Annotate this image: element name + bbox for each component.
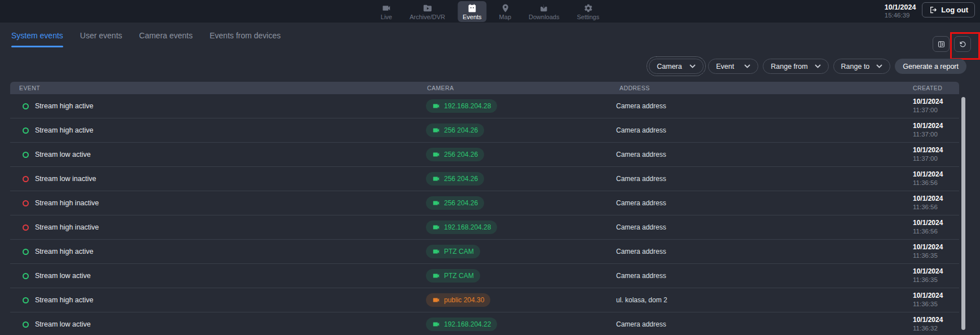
camera-name: 192.168.204.22 bbox=[444, 320, 491, 328]
table-row[interactable]: Stream low inactive 256 204.26 Camera ad… bbox=[10, 167, 959, 191]
table-view-icon bbox=[937, 40, 946, 49]
tab-events-from-devices[interactable]: Events from devices bbox=[209, 31, 280, 47]
generate-report-button[interactable]: Generate a report bbox=[895, 59, 966, 74]
camera-tag: public 204.30 bbox=[426, 293, 490, 307]
created-date: 10/1/2024 bbox=[913, 219, 959, 227]
camera-name: 192.168.204.28 bbox=[444, 102, 491, 110]
camera-name: 192.168.204.28 bbox=[444, 223, 491, 231]
camera-name: 256 204.26 bbox=[444, 126, 478, 134]
camera-address: Camera address bbox=[615, 175, 903, 183]
created-cell: 10/1/202411:37:00 bbox=[903, 122, 959, 139]
top-right-area: 10/1/2024 15:46:39 Log out bbox=[885, 2, 975, 19]
nav-item-events[interactable]: Events bbox=[458, 1, 487, 22]
table-row[interactable]: Stream high active 192.168.204.28 Camera… bbox=[10, 94, 959, 118]
created-date: 10/1/2024 bbox=[913, 195, 959, 203]
top-bar: Live Archive/DVR Events Map Downloads Se… bbox=[0, 0, 980, 23]
table-row[interactable]: Stream high active public 204.30 ul. kol… bbox=[10, 288, 959, 312]
nav-item-archive-dvr[interactable]: Archive/DVR bbox=[405, 1, 450, 22]
column-header-camera: CAMERA bbox=[426, 85, 615, 91]
nav-item-map[interactable]: Map bbox=[494, 1, 516, 22]
refresh-button[interactable] bbox=[954, 36, 971, 52]
camera-icon bbox=[432, 320, 440, 328]
range-to-label: Range to bbox=[841, 63, 870, 70]
camera-icon bbox=[432, 272, 440, 280]
table-row[interactable]: Stream low active PTZ CAM Camera address… bbox=[10, 264, 959, 288]
table-row[interactable]: Stream low active 256 204.26 Camera addr… bbox=[10, 143, 959, 167]
status-ring-icon bbox=[23, 200, 29, 206]
nav-label: Events bbox=[463, 14, 482, 20]
range-to-dropdown[interactable]: Range to bbox=[833, 59, 891, 74]
camera-address: Camera address bbox=[615, 272, 903, 280]
event-name: Stream high active bbox=[35, 126, 94, 134]
created-time: 11:36:35 bbox=[913, 300, 959, 308]
nav-label: Map bbox=[499, 14, 511, 20]
chevron-down-icon bbox=[876, 64, 882, 68]
status-ring-icon bbox=[23, 297, 29, 303]
created-date: 10/1/2024 bbox=[913, 267, 959, 276]
status-ring-icon bbox=[23, 127, 29, 134]
created-date: 10/1/2024 bbox=[913, 292, 959, 300]
event-name: Stream low active bbox=[35, 151, 91, 158]
nav-item-settings[interactable]: Settings bbox=[572, 1, 604, 22]
created-date: 10/1/2024 bbox=[913, 316, 959, 324]
camera-tag: PTZ CAM bbox=[426, 245, 480, 258]
datetime-display: 10/1/2024 15:46:39 bbox=[885, 2, 916, 19]
camera-name: PTZ CAM bbox=[444, 248, 474, 255]
chevron-down-icon bbox=[744, 64, 750, 68]
event-name: Stream high inactive bbox=[35, 199, 99, 207]
range-from-label: Range from bbox=[771, 63, 807, 70]
table-header: EVENT CAMERA ADDRESS CREATED bbox=[10, 82, 959, 94]
table-row[interactable]: Stream low active 192.168.204.22 Camera … bbox=[10, 312, 959, 335]
column-header-event: EVENT bbox=[10, 85, 426, 91]
table-row[interactable]: Stream high inactive 256 204.26 Camera a… bbox=[10, 191, 959, 215]
archive-folder-icon bbox=[423, 3, 432, 13]
filter-bar: Camera Event Range from Range to Generat… bbox=[649, 59, 966, 74]
created-time: 11:36:32 bbox=[913, 324, 959, 333]
nav-item-live[interactable]: Live bbox=[376, 1, 397, 22]
logout-label: Log out bbox=[941, 6, 968, 14]
event-filter-dropdown[interactable]: Event bbox=[708, 59, 758, 74]
refresh-icon bbox=[959, 40, 967, 49]
event-filter-label: Event bbox=[716, 63, 734, 70]
logout-button[interactable]: Log out bbox=[922, 2, 975, 17]
status-ring-icon bbox=[23, 321, 29, 328]
camera-tag: 192.168.204.22 bbox=[426, 318, 497, 331]
camera-filter-dropdown[interactable]: Camera bbox=[649, 59, 704, 74]
nav-label: Archive/DVR bbox=[410, 14, 445, 20]
camera-icon bbox=[432, 223, 440, 231]
created-date: 10/1/2024 bbox=[913, 243, 959, 252]
camera-name: public 204.30 bbox=[444, 296, 484, 304]
event-name: Stream low active bbox=[35, 272, 91, 280]
table-row[interactable]: Stream high active PTZ CAM Camera addres… bbox=[10, 240, 959, 264]
created-time: 11:37:00 bbox=[913, 155, 959, 163]
range-from-dropdown[interactable]: Range from bbox=[763, 59, 828, 74]
camera-icon bbox=[432, 151, 440, 158]
event-name: Stream high inactive bbox=[35, 223, 99, 231]
table-view-button[interactable] bbox=[933, 36, 950, 52]
status-ring-icon bbox=[23, 176, 29, 182]
tab-user-events[interactable]: User events bbox=[80, 31, 122, 47]
camera-icon bbox=[432, 175, 440, 183]
camera-address: Camera address bbox=[615, 248, 903, 255]
created-cell: 10/1/202411:37:00 bbox=[903, 146, 959, 163]
camera-icon bbox=[432, 248, 440, 255]
app-window: Live Archive/DVR Events Map Downloads Se… bbox=[0, 0, 980, 335]
created-cell: 10/1/202411:36:56 bbox=[903, 219, 959, 236]
column-header-created: CREATED bbox=[903, 85, 959, 91]
table-row[interactable]: Stream high inactive 192.168.204.28 Came… bbox=[10, 215, 959, 240]
table-row[interactable]: Stream high active 256 204.26 Camera add… bbox=[10, 118, 959, 143]
tab-camera-events[interactable]: Camera events bbox=[139, 31, 193, 47]
camera-name: 256 204.26 bbox=[444, 151, 478, 158]
created-date: 10/1/2024 bbox=[913, 122, 959, 130]
vertical-scrollbar[interactable] bbox=[961, 97, 965, 330]
nav-item-downloads[interactable]: Downloads bbox=[524, 1, 564, 22]
tab-system-events[interactable]: System events bbox=[11, 31, 63, 47]
events-table: EVENT CAMERA ADDRESS CREATED Stream high… bbox=[10, 82, 959, 335]
created-time: 11:36:56 bbox=[913, 179, 959, 187]
created-time: 11:37:00 bbox=[913, 130, 959, 139]
status-ring-icon bbox=[23, 249, 29, 255]
map-pin-icon bbox=[500, 3, 510, 13]
nav-label: Live bbox=[381, 14, 392, 20]
nav-label: Downloads bbox=[529, 14, 559, 20]
camera-name: 256 204.26 bbox=[444, 199, 478, 207]
